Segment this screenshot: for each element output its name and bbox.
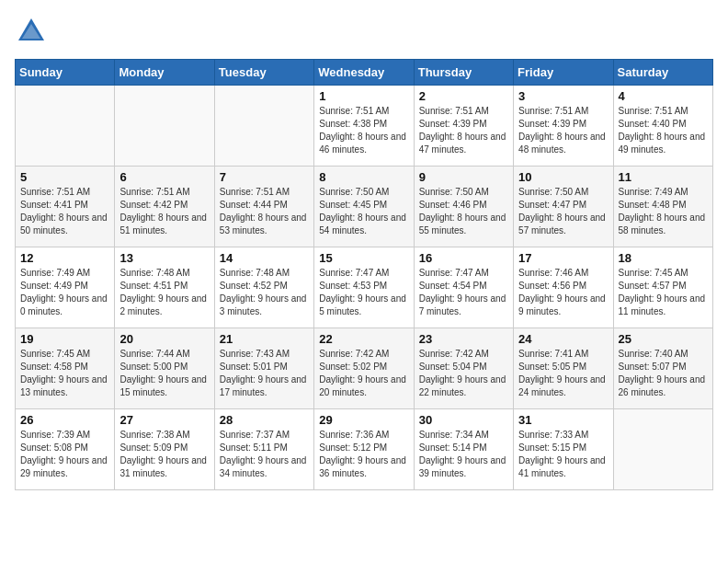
day-cell: 3Sunrise: 7:51 AM Sunset: 4:39 PM Daylig… xyxy=(514,86,613,167)
day-info: Sunrise: 7:41 AM Sunset: 5:05 PM Dayligh… xyxy=(518,348,608,399)
day-cell: 30Sunrise: 7:34 AM Sunset: 5:14 PM Dayli… xyxy=(414,409,513,490)
day-number: 21 xyxy=(220,332,309,346)
day-info: Sunrise: 7:47 AM Sunset: 4:54 PM Dayligh… xyxy=(419,267,508,318)
day-cell: 15Sunrise: 7:47 AM Sunset: 4:53 PM Dayli… xyxy=(314,247,414,328)
day-number: 26 xyxy=(20,413,109,427)
day-number: 20 xyxy=(119,332,209,346)
day-info: Sunrise: 7:39 AM Sunset: 5:08 PM Dayligh… xyxy=(20,429,109,480)
day-cell: 16Sunrise: 7:47 AM Sunset: 4:54 PM Dayli… xyxy=(414,247,513,328)
day-cell: 9Sunrise: 7:50 AM Sunset: 4:46 PM Daylig… xyxy=(414,167,513,247)
day-info: Sunrise: 7:51 AM Sunset: 4:41 PM Dayligh… xyxy=(20,186,109,237)
day-cell: 28Sunrise: 7:37 AM Sunset: 5:11 PM Dayli… xyxy=(214,409,313,490)
day-info: Sunrise: 7:51 AM Sunset: 4:40 PM Dayligh… xyxy=(619,105,708,156)
day-cell xyxy=(16,86,115,167)
day-number: 5 xyxy=(20,170,109,184)
day-cell: 23Sunrise: 7:42 AM Sunset: 5:04 PM Dayli… xyxy=(414,328,513,409)
header-cell-monday: Monday xyxy=(115,60,214,86)
day-info: Sunrise: 7:43 AM Sunset: 5:01 PM Dayligh… xyxy=(220,348,309,399)
day-cell xyxy=(115,86,214,167)
day-number: 11 xyxy=(619,170,708,184)
day-number: 9 xyxy=(419,170,508,184)
calendar-table: SundayMondayTuesdayWednesdayThursdayFrid… xyxy=(15,59,713,490)
header-cell-sunday: Sunday xyxy=(16,60,115,86)
day-number: 15 xyxy=(319,251,408,265)
day-info: Sunrise: 7:34 AM Sunset: 5:14 PM Dayligh… xyxy=(419,429,508,480)
day-info: Sunrise: 7:40 AM Sunset: 5:07 PM Dayligh… xyxy=(619,348,708,399)
day-info: Sunrise: 7:50 AM Sunset: 4:45 PM Dayligh… xyxy=(319,186,408,237)
day-number: 28 xyxy=(220,413,309,427)
day-cell: 24Sunrise: 7:41 AM Sunset: 5:05 PM Dayli… xyxy=(514,328,613,409)
day-cell xyxy=(613,409,712,490)
page-header xyxy=(15,15,713,48)
header-cell-saturday: Saturday xyxy=(613,60,712,86)
day-number: 22 xyxy=(319,332,408,346)
day-cell: 17Sunrise: 7:46 AM Sunset: 4:56 PM Dayli… xyxy=(514,247,613,328)
day-info: Sunrise: 7:51 AM Sunset: 4:39 PM Dayligh… xyxy=(518,105,608,156)
day-number: 13 xyxy=(119,251,209,265)
day-cell: 27Sunrise: 7:38 AM Sunset: 5:09 PM Dayli… xyxy=(115,409,214,490)
day-info: Sunrise: 7:45 AM Sunset: 4:57 PM Dayligh… xyxy=(619,267,708,318)
day-cell: 25Sunrise: 7:40 AM Sunset: 5:07 PM Dayli… xyxy=(613,328,712,409)
day-cell: 2Sunrise: 7:51 AM Sunset: 4:39 PM Daylig… xyxy=(414,86,513,167)
day-cell: 14Sunrise: 7:48 AM Sunset: 4:52 PM Dayli… xyxy=(214,247,313,328)
day-info: Sunrise: 7:33 AM Sunset: 5:15 PM Dayligh… xyxy=(518,429,608,480)
day-cell: 26Sunrise: 7:39 AM Sunset: 5:08 PM Dayli… xyxy=(16,409,115,490)
day-number: 19 xyxy=(20,332,109,346)
day-info: Sunrise: 7:48 AM Sunset: 4:51 PM Dayligh… xyxy=(119,267,209,318)
day-info: Sunrise: 7:50 AM Sunset: 4:47 PM Dayligh… xyxy=(518,186,608,237)
logo xyxy=(15,15,53,48)
day-number: 10 xyxy=(518,170,608,184)
day-info: Sunrise: 7:51 AM Sunset: 4:38 PM Dayligh… xyxy=(319,105,408,156)
day-cell: 29Sunrise: 7:36 AM Sunset: 5:12 PM Dayli… xyxy=(314,409,414,490)
week-row-2: 5Sunrise: 7:51 AM Sunset: 4:41 PM Daylig… xyxy=(16,167,713,247)
logo-icon xyxy=(15,15,48,48)
day-cell: 4Sunrise: 7:51 AM Sunset: 4:40 PM Daylig… xyxy=(613,86,712,167)
header-cell-thursday: Thursday xyxy=(414,60,513,86)
day-number: 29 xyxy=(319,413,408,427)
day-cell: 6Sunrise: 7:51 AM Sunset: 4:42 PM Daylig… xyxy=(115,167,214,247)
week-row-5: 26Sunrise: 7:39 AM Sunset: 5:08 PM Dayli… xyxy=(16,409,713,490)
day-cell: 10Sunrise: 7:50 AM Sunset: 4:47 PM Dayli… xyxy=(514,167,613,247)
day-info: Sunrise: 7:44 AM Sunset: 5:00 PM Dayligh… xyxy=(119,348,209,399)
day-cell: 7Sunrise: 7:51 AM Sunset: 4:44 PM Daylig… xyxy=(214,167,313,247)
day-number: 8 xyxy=(319,170,408,184)
day-info: Sunrise: 7:50 AM Sunset: 4:46 PM Dayligh… xyxy=(419,186,508,237)
header-cell-wednesday: Wednesday xyxy=(314,60,414,86)
day-info: Sunrise: 7:42 AM Sunset: 5:02 PM Dayligh… xyxy=(319,348,408,399)
day-cell: 31Sunrise: 7:33 AM Sunset: 5:15 PM Dayli… xyxy=(514,409,613,490)
day-number: 18 xyxy=(619,251,708,265)
day-cell: 8Sunrise: 7:50 AM Sunset: 4:45 PM Daylig… xyxy=(314,167,414,247)
day-number: 24 xyxy=(518,332,608,346)
day-cell: 19Sunrise: 7:45 AM Sunset: 4:58 PM Dayli… xyxy=(16,328,115,409)
day-info: Sunrise: 7:51 AM Sunset: 4:42 PM Dayligh… xyxy=(119,186,209,237)
day-info: Sunrise: 7:51 AM Sunset: 4:39 PM Dayligh… xyxy=(419,105,508,156)
day-number: 17 xyxy=(518,251,608,265)
day-number: 3 xyxy=(518,89,608,103)
week-row-4: 19Sunrise: 7:45 AM Sunset: 4:58 PM Dayli… xyxy=(16,328,713,409)
day-number: 7 xyxy=(220,170,309,184)
day-info: Sunrise: 7:46 AM Sunset: 4:56 PM Dayligh… xyxy=(518,267,608,318)
day-cell xyxy=(214,86,313,167)
day-cell: 18Sunrise: 7:45 AM Sunset: 4:57 PM Dayli… xyxy=(613,247,712,328)
day-cell: 20Sunrise: 7:44 AM Sunset: 5:00 PM Dayli… xyxy=(115,328,214,409)
day-cell: 11Sunrise: 7:49 AM Sunset: 4:48 PM Dayli… xyxy=(613,167,712,247)
day-info: Sunrise: 7:36 AM Sunset: 5:12 PM Dayligh… xyxy=(319,429,408,480)
day-info: Sunrise: 7:49 AM Sunset: 4:49 PM Dayligh… xyxy=(20,267,109,318)
day-info: Sunrise: 7:49 AM Sunset: 4:48 PM Dayligh… xyxy=(619,186,708,237)
day-number: 14 xyxy=(220,251,309,265)
header-cell-tuesday: Tuesday xyxy=(214,60,313,86)
day-number: 16 xyxy=(419,251,508,265)
day-cell: 22Sunrise: 7:42 AM Sunset: 5:02 PM Dayli… xyxy=(314,328,414,409)
day-number: 25 xyxy=(619,332,708,346)
day-info: Sunrise: 7:51 AM Sunset: 4:44 PM Dayligh… xyxy=(220,186,309,237)
day-number: 12 xyxy=(20,251,109,265)
header-row: SundayMondayTuesdayWednesdayThursdayFrid… xyxy=(16,60,713,86)
day-number: 2 xyxy=(419,89,508,103)
day-info: Sunrise: 7:42 AM Sunset: 5:04 PM Dayligh… xyxy=(419,348,508,399)
day-number: 1 xyxy=(319,89,408,103)
day-number: 4 xyxy=(619,89,708,103)
day-info: Sunrise: 7:48 AM Sunset: 4:52 PM Dayligh… xyxy=(220,267,309,318)
week-row-3: 12Sunrise: 7:49 AM Sunset: 4:49 PM Dayli… xyxy=(16,247,713,328)
day-info: Sunrise: 7:38 AM Sunset: 5:09 PM Dayligh… xyxy=(119,429,209,480)
day-cell: 1Sunrise: 7:51 AM Sunset: 4:38 PM Daylig… xyxy=(314,86,414,167)
